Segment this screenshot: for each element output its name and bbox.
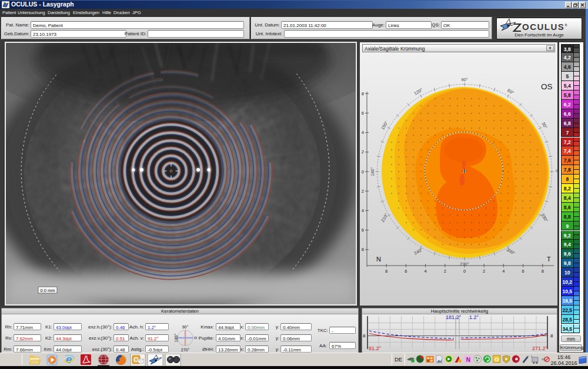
svg-text:2: 2 (483, 269, 485, 274)
svg-text:30°: 30° (540, 121, 548, 129)
svg-text:2: 2 (362, 149, 364, 155)
svg-text:0: 0 (463, 269, 466, 274)
svg-text:6: 6 (362, 227, 364, 233)
svg-text:150°: 150° (380, 120, 389, 131)
svg-text:0°: 0° (554, 169, 558, 173)
svg-text:2: 2 (444, 269, 446, 274)
svg-text:1.2°: 1.2° (469, 314, 479, 320)
svg-text:6: 6 (362, 110, 364, 116)
svg-text:4: 4 (362, 208, 364, 213)
svg-text:T: T (547, 256, 551, 263)
svg-text:N: N (376, 256, 381, 263)
svg-text:O: O (495, 357, 499, 363)
svg-text:4: 4 (362, 130, 364, 135)
svg-text:210°: 210° (380, 213, 389, 223)
svg-text:90°: 90° (461, 77, 467, 82)
svg-text:8: 8 (362, 247, 364, 252)
svg-text:6: 6 (405, 269, 407, 274)
svg-text:240°: 240° (413, 247, 424, 256)
svg-text:8: 8 (550, 333, 553, 338)
svg-text:0.0 mm: 0.0 mm (40, 288, 55, 293)
svg-text:300°: 300° (506, 247, 516, 256)
svg-text:N: N (466, 357, 470, 363)
svg-text:8: 8 (385, 269, 387, 274)
svg-text:60°: 60° (506, 88, 514, 95)
svg-text:6: 6 (522, 269, 524, 274)
svg-text:OS: OS (541, 82, 553, 91)
svg-text:2: 2 (362, 189, 364, 194)
svg-text:4: 4 (425, 269, 427, 274)
svg-text:8: 8 (542, 269, 544, 274)
svg-text:0: 0 (362, 169, 364, 175)
svg-text:120°: 120° (413, 87, 424, 96)
svg-text:91.2°: 91.2° (369, 345, 382, 351)
svg-text:8: 8 (363, 333, 366, 338)
svg-text:181.2°: 181.2° (446, 314, 462, 320)
svg-text:180°: 180° (370, 167, 375, 176)
svg-text:271.2°: 271.2° (532, 345, 548, 351)
svg-text:330°: 330° (540, 213, 549, 223)
svg-text:4: 4 (502, 269, 505, 274)
svg-text:8: 8 (362, 91, 364, 96)
